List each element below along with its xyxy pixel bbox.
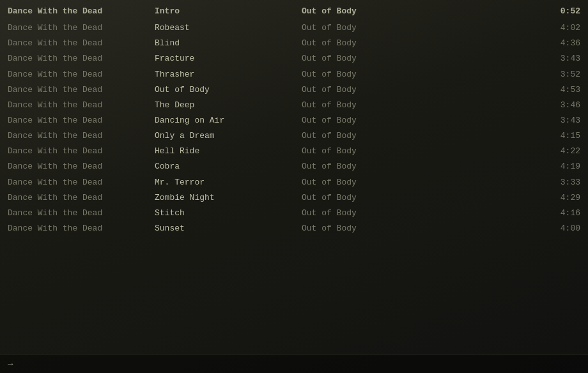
header-album: Out of Body <box>302 5 449 18</box>
track-artist: Dance With the Dead <box>8 222 155 235</box>
track-title: The Deep <box>155 99 302 112</box>
track-album: Out of Body <box>302 37 449 50</box>
track-duration: 4:36 <box>449 37 580 50</box>
track-duration: 3:33 <box>449 176 580 189</box>
track-title: Fracture <box>155 52 302 65</box>
track-title: Thrasher <box>155 68 302 81</box>
table-header: Dance With the Dead Intro Out of Body 0:… <box>0 4 588 20</box>
track-duration: 4:53 <box>449 84 580 96</box>
track-album: Out of Body <box>302 52 449 65</box>
track-duration: 4:00 <box>449 222 580 235</box>
track-album: Out of Body <box>302 160 449 173</box>
table-row[interactable]: Dance With the DeadThrasherOut of Body3:… <box>0 67 588 82</box>
track-title: Hell Ride <box>155 145 302 158</box>
track-album: Out of Body <box>302 22 449 34</box>
table-row[interactable]: Dance With the DeadOut of BodyOut of Bod… <box>0 82 588 98</box>
table-row[interactable]: Dance With the DeadBlindOut of Body4:36 <box>0 36 588 51</box>
track-title: Mr. Terror <box>155 176 302 189</box>
track-title: Sunset <box>155 222 302 235</box>
table-row[interactable]: Dance With the DeadZombie NightOut of Bo… <box>0 190 588 206</box>
track-artist: Dance With the Dead <box>8 176 155 189</box>
track-album: Out of Body <box>302 130 449 142</box>
track-artist: Dance With the Dead <box>8 207 155 220</box>
header-duration: 0:52 <box>449 5 580 18</box>
header-artist: Dance With the Dead <box>8 5 155 18</box>
track-artist: Dance With the Dead <box>8 52 155 65</box>
track-artist: Dance With the Dead <box>8 68 155 81</box>
track-duration: 4:19 <box>449 160 580 173</box>
table-row[interactable]: Dance With the DeadThe DeepOut of Body3:… <box>0 98 588 113</box>
track-artist: Dance With the Dead <box>8 84 155 96</box>
track-album: Out of Body <box>302 84 449 96</box>
track-artist: Dance With the Dead <box>8 192 155 204</box>
track-list: Dance With the Dead Intro Out of Body 0:… <box>0 0 588 236</box>
track-album: Out of Body <box>302 114 449 127</box>
track-title: Dancing on Air <box>155 114 302 127</box>
track-album: Out of Body <box>302 176 449 189</box>
track-duration: 3:43 <box>449 52 580 65</box>
track-duration: 4:15 <box>449 130 580 142</box>
track-title: Blind <box>155 37 302 50</box>
track-album: Out of Body <box>302 222 449 235</box>
track-title: Cobra <box>155 160 302 173</box>
table-row[interactable]: Dance With the DeadStitchOut of Body4:16 <box>0 206 588 221</box>
track-title: Robeast <box>155 22 302 34</box>
table-row[interactable]: Dance With the DeadMr. TerrorOut of Body… <box>0 175 588 190</box>
track-duration: 4:16 <box>449 207 580 220</box>
track-duration: 3:52 <box>449 68 580 81</box>
track-duration: 4:29 <box>449 192 580 204</box>
track-album: Out of Body <box>302 192 449 204</box>
track-title: Zombie Night <box>155 192 302 204</box>
track-artist: Dance With the Dead <box>8 114 155 127</box>
track-album: Out of Body <box>302 145 449 158</box>
table-row[interactable]: Dance With the DeadOnly a DreamOut of Bo… <box>0 128 588 144</box>
table-row[interactable]: Dance With the DeadHell RideOut of Body4… <box>0 144 588 159</box>
table-row[interactable]: Dance With the DeadFractureOut of Body3:… <box>0 51 588 66</box>
table-row[interactable]: Dance With the DeadSunsetOut of Body4:00 <box>0 221 588 236</box>
track-title: Out of Body <box>155 84 302 96</box>
track-album: Out of Body <box>302 207 449 220</box>
track-artist: Dance With the Dead <box>8 160 155 173</box>
track-artist: Dance With the Dead <box>8 99 155 112</box>
table-row[interactable]: Dance With the DeadCobraOut of Body4:19 <box>0 159 588 174</box>
track-duration: 4:02 <box>449 22 580 34</box>
track-album: Out of Body <box>302 68 449 81</box>
track-artist: Dance With the Dead <box>8 37 155 50</box>
track-artist: Dance With the Dead <box>8 22 155 34</box>
table-row[interactable]: Dance With the DeadRobeastOut of Body4:0… <box>0 20 588 36</box>
track-artist: Dance With the Dead <box>8 130 155 142</box>
header-title: Intro <box>155 5 302 18</box>
track-duration: 3:43 <box>449 114 580 127</box>
bottom-bar: → <box>0 354 588 373</box>
track-title: Stitch <box>155 207 302 220</box>
track-duration: 4:22 <box>449 145 580 158</box>
table-row[interactable]: Dance With the DeadDancing on AirOut of … <box>0 113 588 128</box>
arrow-icon: → <box>8 359 13 369</box>
track-duration: 3:46 <box>449 99 580 112</box>
track-album: Out of Body <box>302 99 449 112</box>
track-artist: Dance With the Dead <box>8 145 155 158</box>
track-title: Only a Dream <box>155 130 302 142</box>
